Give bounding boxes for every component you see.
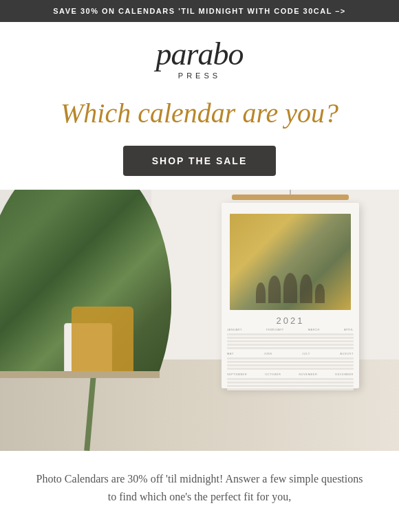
- person-5: [315, 284, 325, 303]
- logo-area: parabo PRESS: [0, 22, 399, 85]
- person-1: [256, 282, 266, 303]
- hanger-bar: [232, 195, 349, 200]
- month-jan: JANUARY: [227, 328, 242, 331]
- month-nov: NOVEMBER: [299, 373, 317, 376]
- cal-row-10: [227, 378, 354, 380]
- cal-row-9: [227, 368, 354, 370]
- cal-row-1: [227, 333, 354, 335]
- calendar-months-row: JANUARY FEBRUARY MARCH APRIL: [227, 328, 354, 331]
- calendar-months-row-3: SEPTEMBER OCTOBER NOVEMBER DECEMBER: [227, 373, 354, 376]
- promo-banner-text: SAVE 30% ON CALENDARS 'TIL MIDNIGHT WITH…: [53, 7, 346, 15]
- person-2: [268, 276, 281, 303]
- cal-row-3: [227, 340, 354, 342]
- calendar-year: 2021: [222, 315, 359, 326]
- cal-row-13: [227, 388, 354, 390]
- person-3: [283, 273, 297, 303]
- month-jul: JULY: [302, 352, 310, 355]
- main-headline: Which calendar are you?: [21, 98, 378, 129]
- cal-row-2: [227, 337, 354, 339]
- person-4: [300, 274, 312, 303]
- month-oct: OCTOBER: [265, 373, 281, 376]
- shop-sale-button[interactable]: SHOP THE SALE: [123, 146, 277, 176]
- month-aug: AUGUST: [340, 352, 354, 355]
- cal-grid-lines-bot: [227, 378, 354, 390]
- cal-row-4: [227, 344, 354, 346]
- promo-banner[interactable]: SAVE 30% ON CALENDARS 'TIL MIDNIGHT WITH…: [0, 0, 399, 22]
- cta-area: SHOP THE SALE: [0, 136, 399, 190]
- logo-script[interactable]: parabo: [14, 38, 385, 70]
- desk: [0, 371, 160, 378]
- calendar-photo: [230, 214, 351, 310]
- logo-press: PRESS: [14, 71, 385, 80]
- body-text: Photo Calendars are 30% off 'til midnigh…: [34, 470, 365, 507]
- hero-image: 2021 JANUARY FEBRUARY MARCH APRIL MAY: [0, 190, 399, 451]
- calendar-months-row-2: MAY JUNE JULY AUGUST: [227, 352, 354, 355]
- month-dec: DECEMBER: [335, 373, 354, 376]
- family-silhouette: [256, 273, 325, 303]
- month-feb: FEBRUARY: [266, 328, 284, 331]
- calendar-grid: JANUARY FEBRUARY MARCH APRIL MAY JUNE JU…: [227, 328, 354, 381]
- month-jun: JUNE: [263, 352, 272, 355]
- cal-row-12: [227, 385, 354, 387]
- month-sep: SEPTEMBER: [227, 373, 247, 376]
- room-scene: 2021 JANUARY FEBRUARY MARCH APRIL MAY: [0, 190, 399, 451]
- chair: [72, 307, 133, 375]
- cal-row-11: [227, 381, 354, 384]
- cal-grid-lines-top: [227, 333, 354, 349]
- month-may: MAY: [227, 352, 234, 355]
- cal-row-7: [227, 361, 354, 363]
- month-mar: MARCH: [308, 328, 320, 331]
- cal-grid-lines-mid: [227, 357, 354, 370]
- headline-area: Which calendar are you?: [0, 85, 399, 136]
- cal-row-5: [227, 347, 354, 349]
- cal-row-8: [227, 364, 354, 366]
- calendar-poster: 2021 JANUARY FEBRUARY MARCH APRIL MAY: [222, 203, 359, 388]
- body-text-area: Photo Calendars are 30% off 'til midnigh…: [0, 451, 399, 520]
- month-apr: APRIL: [344, 328, 354, 331]
- cal-row-6: [227, 357, 354, 359]
